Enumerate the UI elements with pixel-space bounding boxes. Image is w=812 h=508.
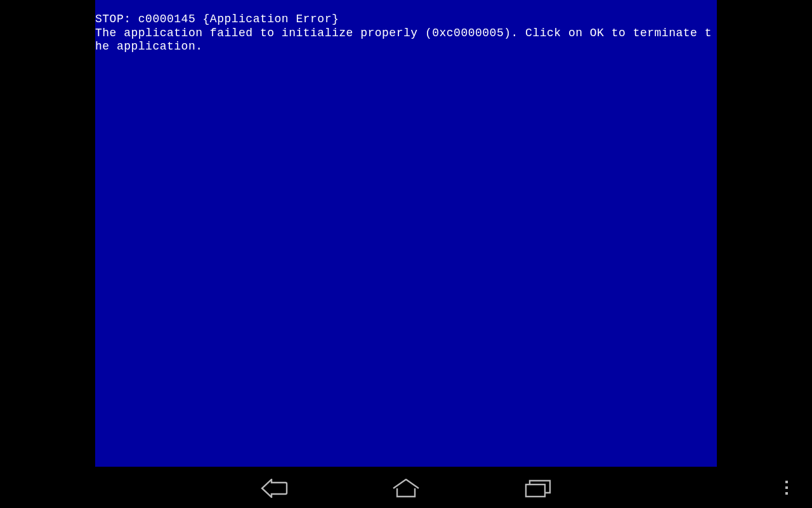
bsod-line-2: The application failed to initialize pro… [95,27,712,53]
overflow-dot-icon [785,486,788,489]
overflow-dot-icon [785,492,788,495]
back-icon [260,479,288,498]
overflow-dot-icon [785,481,788,483]
bsod-line-1: STOP: c0000145 {Application Error} [95,13,339,25]
recents-icon [524,479,552,498]
home-button[interactable] [391,473,421,504]
svg-rect-0 [526,485,545,497]
android-nav-bar [0,469,812,508]
overflow-button[interactable] [779,476,794,499]
back-button[interactable] [259,473,289,504]
nav-button-group [259,473,553,504]
bsod-screen: STOP: c0000145 {Application Error} The a… [95,0,717,467]
home-icon [392,479,420,498]
recents-button[interactable] [523,473,553,504]
